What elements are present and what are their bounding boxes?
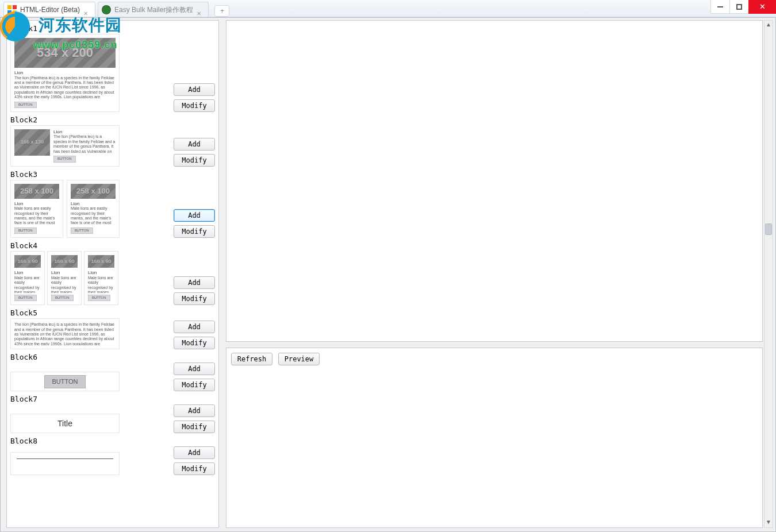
- block4-card-c: 166 x 90 Lion Male lions are easily reco…: [84, 251, 118, 305]
- app-icon: [7, 5, 17, 14]
- block8-row: Add Modify: [10, 446, 215, 475]
- block4-ph-c: 166 x 90: [88, 255, 114, 268]
- block4-add[interactable]: Add: [174, 276, 215, 289]
- preview-panel: [226, 20, 763, 342]
- block4-body-a: Male lions are easily recognised by thei…: [14, 276, 41, 293]
- block3-row: 258 x 100 Lion Male lions are easily rec…: [10, 180, 215, 238]
- block3-card-a: 258 x 100 Lion Male lions are easily rec…: [10, 180, 63, 238]
- block2-add[interactable]: Add: [174, 138, 215, 151]
- new-tab-button[interactable]: +: [214, 5, 229, 17]
- block1-row: 534 x 200 Lion The lion (Panthera leo) i…: [10, 34, 215, 112]
- scroll-up-icon[interactable]: ▲: [765, 21, 773, 30]
- block7-row: Title Add Modify: [10, 404, 215, 433]
- block2-modify[interactable]: Modify: [174, 154, 215, 167]
- close-tab-icon[interactable]: [83, 6, 91, 14]
- block3-modify[interactable]: Modify: [174, 225, 215, 238]
- block3-card-b: 258 x 100 Lion Male lions are easily rec…: [67, 180, 120, 238]
- block6-buttons: Add Modify: [174, 363, 215, 391]
- block8-hr: [17, 458, 113, 459]
- block7-buttons: Add Modify: [174, 404, 215, 433]
- block1-modify[interactable]: Modify: [174, 99, 215, 112]
- tab2-title: Easy Bulk Mailer操作教程: [114, 6, 193, 14]
- block4-tiny-c[interactable]: BUTTON: [88, 295, 110, 301]
- block3-heading-b: Lion: [71, 201, 116, 207]
- window-close[interactable]: [748, 0, 776, 14]
- block4-ph-b: 166 x 90: [51, 255, 78, 268]
- block6-button-preview: BUTTON: [44, 375, 85, 388]
- block2-placeholder: 166 x 130: [14, 129, 50, 156]
- block3-ph-a: 258 x 100: [14, 184, 59, 199]
- window-maximize[interactable]: [729, 0, 749, 14]
- block5-buttons: Add Modify: [174, 321, 215, 349]
- block1-label: Block1: [10, 24, 215, 33]
- block6-modify[interactable]: Modify: [174, 379, 215, 391]
- tab-title: HTML-Editor (Beta): [20, 6, 80, 14]
- block4-row: 166 x 90 Lion Male lions are easily reco…: [10, 251, 215, 305]
- refresh-button[interactable]: Refresh: [231, 353, 272, 365]
- block1-placeholder: 534 x 200: [14, 38, 116, 68]
- block1-card: 534 x 200 Lion The lion (Panthera leo) i…: [10, 34, 120, 112]
- block7-label: Block7: [10, 395, 215, 403]
- block5-modify[interactable]: Modify: [174, 337, 215, 349]
- block2-buttons: Add Modify: [174, 138, 215, 167]
- block4-modify[interactable]: Modify: [174, 292, 215, 305]
- block4-body-b: Male lions are easily recognised by thei…: [51, 276, 78, 293]
- block8-add[interactable]: Add: [174, 446, 215, 459]
- block3-buttons: Add Modify: [174, 209, 215, 238]
- block3-tiny-a[interactable]: BUTTON: [14, 228, 37, 234]
- block2-row: 166 x 130 Lion The lion (Panthera leo) i…: [10, 125, 215, 167]
- tab-html-editor[interactable]: HTML-Editor (Beta): [3, 2, 95, 17]
- globe-icon: [102, 5, 111, 14]
- block4-tiny-a[interactable]: BUTTON: [14, 295, 37, 301]
- preview-button[interactable]: Preview: [278, 353, 320, 365]
- block3-body-a: Male lions are easily recognised by thei…: [14, 206, 59, 226]
- block7-add[interactable]: Add: [174, 404, 215, 417]
- app-body: Block1 534 x 200 Lion The lion (Panthera…: [0, 17, 776, 532]
- block2-tiny-button[interactable]: BUTTON: [53, 156, 76, 162]
- block7-modify[interactable]: Modify: [174, 421, 215, 433]
- block4-heading-b: Lion: [51, 270, 78, 276]
- block8-buttons: Add Modify: [174, 446, 215, 475]
- window-minimize[interactable]: [710, 0, 730, 14]
- block2-body: The lion (Panthera leo) is a species in …: [53, 134, 116, 154]
- block3-add[interactable]: Add: [174, 209, 215, 222]
- block4-card-b: 166 x 90 Lion Male lions are easily reco…: [47, 251, 82, 305]
- scroll-thumb[interactable]: [765, 223, 772, 235]
- tab-secondary[interactable]: Easy Bulk Mailer操作教程: [98, 2, 209, 17]
- block1-body: The lion (Panthera leo) is a species in …: [14, 76, 116, 100]
- block2-card: 166 x 130 Lion The lion (Panthera leo) i…: [10, 125, 120, 167]
- block4-card-a: 166 x 90 Lion Male lions are easily reco…: [10, 251, 45, 305]
- block2-label: Block2: [10, 115, 215, 124]
- block5-row: The lion (Panthera leo) is a species in …: [10, 318, 215, 349]
- block3-body-b: Male lions are easily recognised by thei…: [71, 206, 116, 226]
- block5-add[interactable]: Add: [174, 321, 215, 333]
- block1-tiny-button[interactable]: BUTTON: [14, 102, 37, 108]
- block3-ph-b: 258 x 100: [71, 184, 116, 199]
- tab-strip: HTML-Editor (Beta) Easy Bulk Mailer操作教程 …: [0, 0, 776, 17]
- left-panel: Block1 534 x 200 Lion The lion (Panthera…: [6, 20, 219, 528]
- block4-heading-c: Lion: [88, 270, 114, 276]
- block5-label: Block5: [10, 309, 215, 317]
- source-panel: Refresh Preview: [226, 348, 763, 528]
- block8-modify[interactable]: Modify: [174, 462, 215, 475]
- close-tab2-icon[interactable]: [197, 6, 205, 14]
- source-toolbar: Refresh Preview: [226, 348, 762, 370]
- block4-tiny-b[interactable]: BUTTON: [51, 295, 74, 301]
- block4-ph-a: 166 x 90: [14, 255, 41, 268]
- block6-label: Block6: [10, 353, 215, 361]
- scroll-down-icon[interactable]: ▼: [765, 518, 773, 527]
- block3-heading-a: Lion: [14, 201, 59, 207]
- block5-body: The lion (Panthera leo) is a species in …: [14, 322, 116, 345]
- block7-card: Title: [10, 414, 120, 433]
- block1-heading: Lion: [14, 70, 116, 76]
- block3-label: Block3: [10, 170, 215, 179]
- block1-add[interactable]: Add: [174, 83, 215, 96]
- vertical-scrollbar[interactable]: ▲ ▼: [764, 20, 773, 528]
- block8-label: Block8: [10, 437, 215, 445]
- block3-tiny-b[interactable]: BUTTON: [71, 228, 93, 234]
- block4-heading-a: Lion: [14, 270, 41, 276]
- block6-add[interactable]: Add: [174, 363, 215, 375]
- block6-row: BUTTON Add Modify: [10, 363, 215, 391]
- block8-card: [10, 452, 120, 475]
- block1-buttons: Add Modify: [174, 83, 215, 112]
